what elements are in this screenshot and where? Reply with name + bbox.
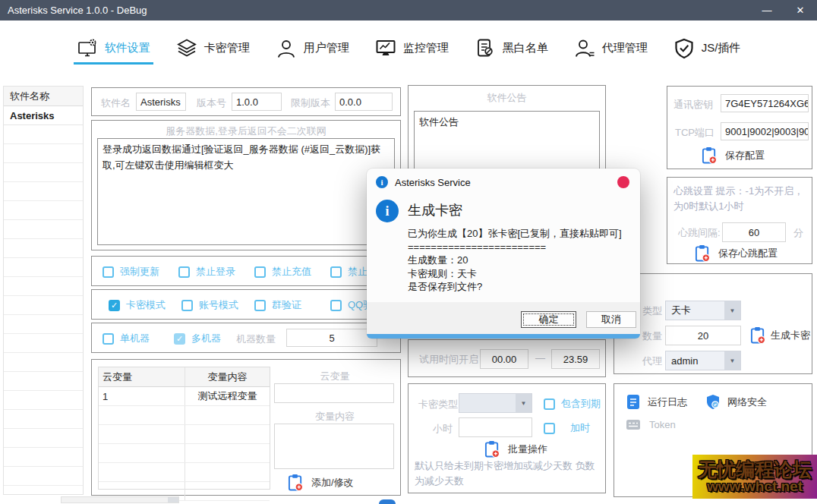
tab-label: JS/插件 xyxy=(702,41,741,55)
sidebar-item-asterisks[interactable]: Asterisks xyxy=(4,106,83,125)
card-type-select[interactable] xyxy=(459,393,532,413)
network-security-button[interactable]: 网络安全 xyxy=(705,394,767,410)
generate-panel: 类型 天卡 数量 20 生成卡密 代理 admin xyxy=(614,273,812,374)
tab-software-settings[interactable]: 软件设置 xyxy=(75,26,152,71)
cloud-var-form-label: 云变量 xyxy=(274,370,396,383)
dialog-body: 已为你生成【20】张卡密[已复制，直接粘贴即可] ===============… xyxy=(408,227,622,294)
token-button[interactable]: Token xyxy=(626,418,676,431)
red-dot-icon[interactable] xyxy=(617,176,629,188)
main-nav: 软件设置 卡密管理 用户管理 xyxy=(0,20,817,76)
checkbox-include-expired[interactable]: 包含到期 xyxy=(544,397,601,411)
checkbox-box xyxy=(330,300,342,311)
card-type-label: 卡密类型 xyxy=(418,398,458,411)
batch-operation-label: 批量操作 xyxy=(508,443,547,456)
scrollbar-thumb[interactable] xyxy=(168,497,178,502)
checkbox-label: 卡密模式 xyxy=(126,298,166,312)
tab-card-key-management[interactable]: 卡密管理 xyxy=(175,26,251,71)
checkbox-label: 群验证 xyxy=(272,298,301,312)
machine-count-label: 机器数量 xyxy=(236,332,276,346)
dialog-ok-button[interactable]: 确定 xyxy=(521,311,576,328)
save-heartbeat-label: 保存心跳配置 xyxy=(718,247,778,260)
clipboard-add-icon xyxy=(750,326,766,344)
checkbox-force-update[interactable]: 强制更新 xyxy=(103,265,159,279)
checkbox-forbid-login[interactable]: 禁止登录 xyxy=(178,265,235,279)
monitor-gear-icon xyxy=(77,38,98,59)
tab-monitor-management[interactable]: 监控管理 xyxy=(374,26,450,71)
checkbox-label: 单机器 xyxy=(120,332,150,345)
software-list-header: 软件名称 xyxy=(4,87,83,106)
checkbox-add-time[interactable]: 加时 xyxy=(544,421,590,435)
tab-user-management[interactable]: 用户管理 xyxy=(274,26,351,71)
tab-agent-management[interactable]: 代理管理 xyxy=(573,26,649,71)
tab-label: 用户管理 xyxy=(304,41,349,55)
horizontal-scrollbar[interactable] xyxy=(61,496,179,503)
generate-count-input[interactable]: 20 xyxy=(665,326,741,345)
dialog-footer: 确定 取消 xyxy=(367,302,640,334)
run-log-button[interactable]: 运行日志 xyxy=(626,394,687,410)
dialog-bottom-strip xyxy=(367,334,640,339)
checkbox-account-mode[interactable]: 账号模式 xyxy=(181,298,238,312)
chevron-down-icon xyxy=(516,394,532,412)
cloud-var-name-input[interactable] xyxy=(274,383,394,403)
comm-key-label: 通讯密钥 xyxy=(673,98,713,112)
column-header: 云变量 xyxy=(99,367,185,386)
comm-config-panel: 通讯密钥 7G4EY571264XG6F TCP端口 9001|9002|900… xyxy=(667,86,812,169)
checkbox-label: 禁止登录 xyxy=(196,265,235,279)
generate-agent-value: admin xyxy=(671,355,698,367)
checkbox-box xyxy=(103,266,114,278)
close-button[interactable]: ✕ xyxy=(784,0,817,20)
blacklist-icon xyxy=(475,38,496,59)
cloud-vars-panel: 云变量 变量内容 1 测试远程变量 云变量 变量内容 xyxy=(91,359,401,496)
limit-version-label: 限制版本 xyxy=(291,96,330,110)
trial-time-label: 试用时间开启 xyxy=(419,353,478,367)
batch-operation-button[interactable]: 批量操作 xyxy=(484,440,547,458)
tab-js-plugin[interactable]: JS/插件 xyxy=(672,26,743,71)
heartbeat-panel: 心跳设置 提示：-1为不开启，为0时默认1小时 心跳间隔: 60 分 保存心跳配… xyxy=(667,177,812,264)
checkbox-label: 强制更新 xyxy=(120,265,159,279)
comm-key-input[interactable]: 7G4EY571264XG6F xyxy=(721,94,809,112)
version-input[interactable]: 1.0.0 xyxy=(232,93,282,111)
dialog-title: Asterisks Service xyxy=(395,177,471,188)
software-name-input[interactable]: Asterisks xyxy=(136,93,186,111)
token-label: Token xyxy=(649,419,676,430)
trial-time-panel: 试用时间开启 00.00 — 23.59 xyxy=(408,339,606,377)
save-heartbeat-button[interactable]: 保存心跳配置 xyxy=(695,244,778,262)
token-icon xyxy=(626,418,641,431)
agent-icon xyxy=(574,38,595,59)
machine-count-input[interactable]: 5 xyxy=(286,329,377,347)
checkbox-multi-machine[interactable]: 多机器 xyxy=(174,332,221,345)
add-modify-label: 添加/修改 xyxy=(311,476,354,490)
machine-panel: 单机器 多机器 机器数量 5 xyxy=(91,323,401,353)
generate-keys-button[interactable]: 生成卡密 xyxy=(750,326,810,344)
checkbox-box xyxy=(103,333,114,345)
app-window: Asterisks Service 1.0.0 - DeBug — ✕ 软件设置 xyxy=(0,0,817,504)
checkbox-box xyxy=(544,398,555,410)
heartbeat-interval-input[interactable]: 60 xyxy=(722,222,786,242)
shield-check-icon xyxy=(673,38,695,59)
tab-blacklist-whitelist[interactable]: 黑白名单 xyxy=(473,26,550,71)
add-modify-button[interactable]: 添加/修改 xyxy=(288,474,354,491)
table-row[interactable]: 1 测试远程变量 xyxy=(99,387,270,406)
table-empty-row xyxy=(99,425,270,444)
dialog-cancel-button[interactable]: 取消 xyxy=(586,311,636,328)
generate-agent-label: 代理 xyxy=(642,354,662,368)
hour-input[interactable] xyxy=(459,417,532,437)
watermark-line1: 无忧编程论坛 xyxy=(698,459,812,479)
trial-end-input[interactable]: 23.59 xyxy=(551,349,600,369)
minimize-button[interactable]: — xyxy=(750,0,784,20)
tcp-port-input[interactable]: 9001|9002|9003|900 xyxy=(721,122,809,140)
checkbox-forbid-recharge[interactable]: 禁止充值 xyxy=(254,265,311,279)
save-config-button[interactable]: 保存配置 xyxy=(702,146,765,164)
cloud-var-content-textarea[interactable] xyxy=(274,424,394,469)
generate-type-select[interactable]: 天卡 xyxy=(665,301,741,320)
checkbox-card-key-mode[interactable]: 卡密模式 xyxy=(109,298,166,312)
checkbox-single-machine[interactable]: 单机器 xyxy=(103,332,150,345)
server-data-textarea[interactable]: 登录成功返回数据通过[验证返回_服务器数据 (#返回_云数据)]获取,可左键双击… xyxy=(97,138,395,245)
watermark-line2: www.whct.net xyxy=(707,479,803,494)
info-icon-large: i xyxy=(376,200,399,222)
limit-version-input[interactable]: 0.0.0 xyxy=(335,93,393,111)
checkbox-group-verify[interactable]: 群验证 xyxy=(254,298,301,312)
trial-start-input[interactable]: 00.00 xyxy=(480,349,528,369)
generate-agent-select[interactable]: admin xyxy=(665,351,741,370)
tab-label: 监控管理 xyxy=(403,41,449,55)
